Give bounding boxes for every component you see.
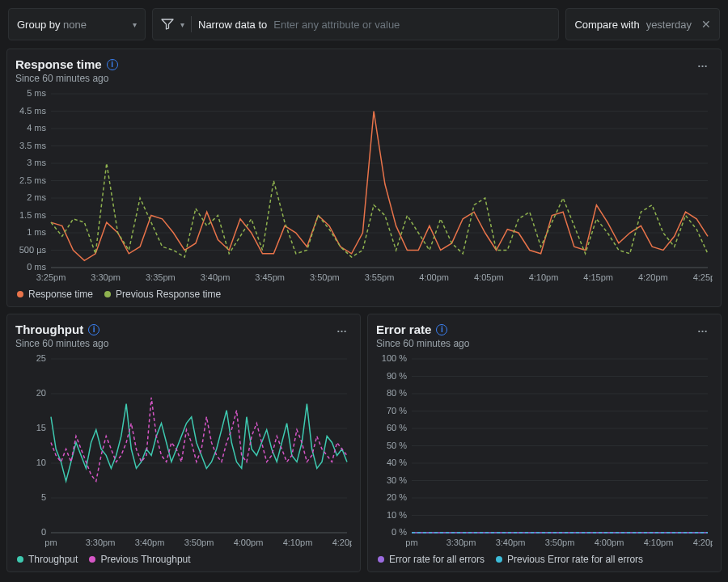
info-icon[interactable]: i [436, 324, 447, 335]
throughput-chart[interactable]: 0510152025pm3:30pm3:40pm3:50pm4:00pm4:10… [15, 354, 352, 550]
legend-item[interactable]: Previous Response time [104, 289, 221, 300]
svg-text:3:35pm: 3:35pm [146, 272, 176, 282]
svg-text:5 ms: 5 ms [27, 89, 46, 98]
svg-text:3.5 ms: 3.5 ms [19, 141, 47, 150]
svg-text:40 %: 40 % [387, 458, 407, 467]
swatch-icon [378, 556, 384, 563]
swatch-icon [17, 291, 23, 297]
svg-text:4:10pm: 4:10pm [644, 538, 674, 547]
svg-text:500 µs: 500 µs [19, 245, 47, 255]
legend-item[interactable]: Response time [17, 289, 93, 300]
svg-text:4:00pm: 4:00pm [419, 272, 449, 282]
svg-text:15: 15 [36, 423, 46, 432]
filter-bar: Group by none ▾ ▾ Narrow data to Compare… [0, 0, 728, 48]
svg-text:3:50pm: 3:50pm [310, 272, 340, 282]
funnel-icon [161, 18, 174, 31]
svg-text:0 %: 0 % [392, 527, 407, 537]
more-menu[interactable]: … [694, 57, 713, 70]
svg-text:50 %: 50 % [387, 441, 407, 450]
svg-text:3:50pm: 3:50pm [545, 538, 575, 547]
error-rate-chart[interactable]: 0 %10 %20 %30 %40 %50 %60 %70 %80 %90 %1… [376, 354, 713, 550]
legend-item[interactable]: Previous Throughput [89, 554, 190, 565]
svg-text:4:00pm: 4:00pm [234, 538, 264, 547]
legend-item[interactable]: Error rate for all errors [378, 554, 485, 565]
svg-text:4:00pm: 4:00pm [595, 538, 624, 547]
panel-title: Error rate [376, 323, 431, 336]
info-icon[interactable]: i [88, 324, 99, 335]
svg-text:4:10pm: 4:10pm [529, 272, 559, 282]
svg-text:3:30pm: 3:30pm [447, 538, 476, 547]
response-chart[interactable]: 0 ms500 µs1 ms1.5 ms2 ms2.5 ms3 ms3.5 ms… [15, 89, 713, 285]
close-icon[interactable]: ✕ [701, 18, 711, 31]
panel-throughput: Throughput i Since 60 minutes ago … 0510… [6, 314, 361, 572]
svg-text:2 ms: 2 ms [27, 192, 46, 202]
svg-text:3 ms: 3 ms [27, 158, 46, 167]
panel-title: Throughput [15, 323, 83, 336]
svg-text:3:40pm: 3:40pm [496, 538, 526, 547]
svg-text:0: 0 [41, 527, 46, 537]
more-menu[interactable]: … [333, 323, 352, 335]
svg-text:20 %: 20 % [387, 492, 407, 502]
more-menu[interactable]: … [694, 323, 713, 335]
svg-text:25: 25 [36, 354, 46, 363]
svg-text:2.5 ms: 2.5 ms [19, 175, 47, 185]
info-icon[interactable]: i [107, 59, 118, 70]
svg-text:4:15pm: 4:15pm [583, 272, 613, 282]
svg-text:4:20pm: 4:20pm [638, 272, 668, 282]
svg-text:4:20pm: 4:20pm [332, 538, 352, 547]
narrow-label: Narrow data to [198, 19, 267, 31]
svg-text:3:55pm: 3:55pm [365, 272, 395, 282]
svg-text:4.5 ms: 4.5 ms [19, 106, 47, 116]
svg-text:3:30pm: 3:30pm [91, 272, 121, 282]
svg-text:80 %: 80 % [387, 388, 407, 398]
svg-text:4:25pm: 4:25pm [693, 272, 713, 282]
legend-item[interactable]: Previous Error rate for all errors [496, 554, 643, 565]
svg-text:4:05pm: 4:05pm [474, 272, 504, 282]
svg-text:100 %: 100 % [382, 354, 407, 363]
svg-text:4:20pm: 4:20pm [693, 538, 713, 547]
svg-text:3:45pm: 3:45pm [255, 272, 285, 282]
svg-text:10: 10 [36, 458, 46, 467]
panels-grid: Response time i Since 60 minutes ago … 0… [0, 48, 728, 572]
panel-subtitle: Since 60 minutes ago [15, 73, 118, 84]
svg-text:4:10pm: 4:10pm [283, 538, 313, 547]
svg-text:pm: pm [44, 538, 57, 547]
legend-label: Throughput [28, 554, 78, 565]
svg-text:60 %: 60 % [387, 423, 407, 432]
svg-text:3:50pm: 3:50pm [184, 538, 214, 547]
chevron-down-icon: ▾ [180, 20, 184, 29]
narrow-filter[interactable]: ▾ Narrow data to [152, 8, 559, 40]
svg-text:1.5 ms: 1.5 ms [19, 210, 47, 220]
legend: Response timePrevious Response time [15, 285, 713, 302]
panel-response-time: Response time i Since 60 minutes ago … 0… [6, 48, 722, 307]
svg-text:0 ms: 0 ms [27, 262, 46, 272]
svg-text:5: 5 [41, 492, 46, 502]
groupby-value: none [63, 19, 87, 31]
swatch-icon [89, 556, 95, 563]
legend: ThroughputPrevious Throughput [15, 550, 352, 567]
chevron-down-icon: ▾ [133, 20, 137, 29]
groupby-label: Group by [17, 19, 60, 31]
narrow-input[interactable] [273, 19, 550, 31]
swatch-icon [496, 556, 502, 563]
svg-text:30 %: 30 % [387, 475, 407, 485]
legend-label: Previous Response time [116, 289, 221, 300]
svg-text:1 ms: 1 ms [27, 227, 46, 237]
svg-text:3:40pm: 3:40pm [201, 272, 231, 282]
svg-text:4 ms: 4 ms [27, 123, 46, 133]
groupby-dropdown[interactable]: Group by none ▾ [8, 8, 146, 40]
svg-text:pm: pm [405, 538, 417, 547]
svg-text:3:40pm: 3:40pm [135, 538, 165, 547]
legend-item[interactable]: Throughput [17, 554, 78, 565]
svg-text:20: 20 [36, 388, 46, 398]
panel-subtitle: Since 60 minutes ago [376, 338, 469, 349]
legend-label: Previous Throughput [100, 554, 190, 565]
compare-dropdown[interactable]: Compare with yesterday ✕ [565, 8, 720, 40]
swatch-icon [17, 556, 23, 563]
svg-text:3:30pm: 3:30pm [86, 538, 116, 547]
svg-text:70 %: 70 % [387, 406, 407, 415]
svg-text:10 %: 10 % [387, 510, 407, 520]
panel-subtitle: Since 60 minutes ago [15, 338, 108, 349]
swatch-icon [104, 291, 111, 297]
svg-text:90 %: 90 % [387, 371, 407, 381]
